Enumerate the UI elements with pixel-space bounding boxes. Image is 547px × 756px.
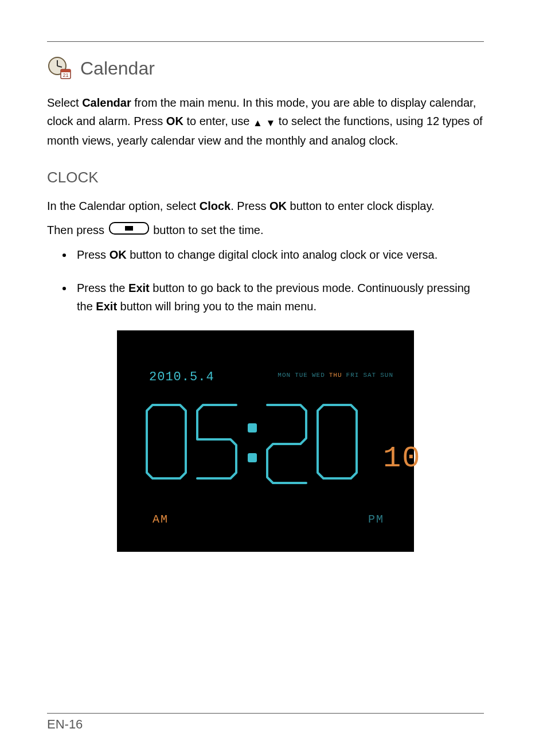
day-wed: WED (312, 371, 325, 381)
up-arrow-icon (253, 113, 263, 131)
keyword-exit: Exit (96, 300, 117, 313)
keyword-calendar: Calendar (82, 96, 131, 109)
top-rule (47, 41, 484, 42)
clock-weekdays: MON TUE WED THU FRI SAT SUN (278, 371, 393, 381)
text: Then press (47, 224, 108, 236)
clock-paragraph-1: In the Calendar option, select Clock. Pr… (47, 197, 484, 215)
clock-figure-wrap: 2010.5.4 MON TUE WED THU FRI SAT SUN (47, 330, 484, 552)
menu-button-icon (109, 221, 149, 240)
text: to enter, use (183, 115, 253, 127)
day-thu: THU (329, 371, 342, 381)
section-title: Calendar (80, 58, 155, 79)
keyword-ok: OK (269, 200, 287, 212)
text: button will bring you to the main menu. (117, 300, 317, 313)
keyword-exit: Exit (128, 282, 150, 294)
day-fri: FRI (346, 371, 360, 381)
footer: EN-16 (47, 713, 484, 732)
clock-date: 2010.5.4 (149, 367, 214, 387)
clock-am: AM (153, 511, 169, 529)
keyword-ok: OK (110, 248, 127, 261)
svg-rect-8 (248, 423, 257, 432)
text: In the Calendar option, select (47, 200, 200, 212)
bullet-item: Press OK button to change digital clock … (73, 245, 484, 264)
svg-text:21: 21 (62, 72, 68, 78)
clock-paragraph-2: Then press button to set the time. (47, 221, 484, 240)
page-number: EN-16 (47, 717, 484, 732)
clock-pm: PM (368, 511, 384, 529)
digital-clock-figure: 2010.5.4 MON TUE WED THU FRI SAT SUN (117, 330, 414, 552)
text: Press the (77, 282, 128, 294)
seven-segment-icon (146, 398, 375, 484)
intro-paragraph: Select Calendar from the main menu. In t… (47, 93, 484, 150)
text: Select (47, 96, 82, 109)
day-mon: MON (278, 371, 291, 381)
day-sun: SUN (380, 371, 393, 381)
svg-rect-7 (125, 226, 133, 231)
day-tue: TUE (295, 371, 308, 381)
day-sat: SAT (363, 371, 376, 381)
keyword-clock: Clock (200, 200, 230, 212)
svg-rect-9 (248, 453, 257, 462)
clock-time: 10 (146, 398, 421, 484)
bullet-item: Press the Exit button to go back to the … (73, 279, 484, 315)
text: . Press (230, 200, 269, 212)
bottom-rule (47, 713, 484, 714)
section-header: 21 Calendar (47, 56, 484, 81)
calendar-clock-icon: 21 (47, 56, 72, 81)
body-text: Select Calendar from the main menu. In t… (47, 93, 484, 552)
text: Press (77, 248, 110, 261)
clock-seconds: 10 (383, 444, 421, 474)
bullet-list: Press OK button to change digital clock … (47, 245, 484, 315)
down-arrow-icon (265, 113, 275, 131)
text: button to set the time. (150, 224, 264, 236)
keyword-ok: OK (166, 115, 183, 127)
text: button to change digital clock into anal… (127, 248, 438, 261)
text: button to enter clock display. (287, 200, 435, 212)
clock-subheading: CLOCK (47, 166, 484, 190)
